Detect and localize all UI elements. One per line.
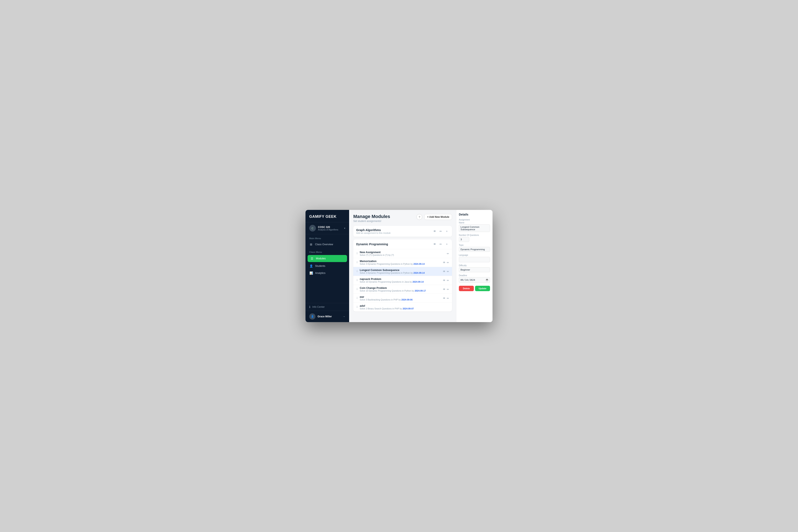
add-assignment-button[interactable]: ＋ (444, 229, 449, 233)
edit-lcs-button[interactable]: ✏ (447, 270, 449, 273)
assignment-row-lcs[interactable]: ⠿ Longest Common Subsequence Solve 3 Dyn… (353, 267, 452, 276)
assignment-name-adsf: adsf (360, 304, 448, 307)
assignment-row-ewr[interactable]: ⠿ ewr Solve 3 Backtracking Questions in … (353, 294, 452, 303)
edit-mem-button[interactable]: ✏ (447, 261, 449, 264)
grid-icon: ⊞ (309, 243, 313, 246)
details-deadline-input[interactable] (459, 277, 490, 283)
view-dp-module-button[interactable]: 👁 (433, 242, 437, 246)
details-language-label: Language (459, 254, 490, 256)
page-subtitle: Set student assignments! (353, 220, 390, 223)
view-module-button[interactable]: 👁 (433, 229, 437, 233)
assignment-name-coin: Coin Change Problem (360, 287, 441, 289)
page-title: Manage Modules (353, 214, 390, 219)
details-title: Details (459, 213, 490, 216)
view-napsack-button[interactable]: 👁 (443, 279, 445, 282)
module-header-dp: Dynamic Programming 👁 ✏ ＋ (353, 240, 452, 249)
assignment-desc-lcs: Solve 3 Dynamic Programming Questions in… (360, 272, 441, 274)
assignment-info-mem: Memorization Solve 3 Dynamic Programming… (360, 260, 441, 265)
details-assignment-field: Assignment Name Longest Common Subsequen… (459, 218, 490, 232)
assignment-row-coin[interactable]: ⠿ Coin Change Problem Solve 10 Dynamic P… (353, 285, 452, 294)
help-button[interactable]: ? (416, 214, 422, 220)
assignment-desc-ewr: Solve 3 Backtracking Questions in PHP by… (360, 299, 441, 301)
add-module-button[interactable]: + Add New Module (424, 214, 452, 220)
assignment-row-adsf[interactable]: ⠿ adsf Solve 2 Binary Search Questions i… (353, 303, 452, 311)
course-selector[interactable]: C COSC 320 Analysis of Algorithms ▾ (305, 222, 349, 234)
view-coin-button[interactable]: 👁 (443, 288, 445, 291)
assignment-name-mem: Memorization (360, 260, 441, 263)
details-difficulty-label: Difficulty (459, 264, 490, 267)
main-inner: Manage Modules Set student assignments! … (349, 210, 456, 322)
course-code: COSC 320 (318, 226, 342, 229)
row-actions-napsack: 👁 ✏ (443, 279, 449, 282)
module-title-area-dp: Dynamic Programming (356, 243, 388, 246)
assignment-desc-new: Solve (?) (?) Questions in (?) by (?) (360, 254, 445, 256)
app-logo: GAMIFY GEEK (305, 210, 349, 222)
sidebar-item-modules[interactable]: ☰ Modules (308, 255, 347, 262)
edit-coin-button[interactable]: ✏ (447, 288, 449, 291)
details-button-row: Delete Update (459, 286, 490, 291)
page-actions: ? + Add New Module (416, 214, 452, 220)
user-profile[interactable]: 👤 Grace Miller → (305, 311, 349, 322)
edit-module-button[interactable]: ✏ (439, 229, 443, 233)
view-ewr-button[interactable]: 👁 (443, 297, 445, 300)
assignment-row-memorization[interactable]: ⠿ Memorization Solve 3 Dynamic Programmi… (353, 258, 452, 267)
module-dynamic-programming: Dynamic Programming 👁 ✏ ＋ ⠿ New Assignme… (353, 240, 452, 311)
details-language-field: Language (459, 254, 490, 262)
edit-dp-module-button[interactable]: ✏ (439, 242, 443, 246)
assignment-info-coin: Coin Change Problem Solve 10 Dynamic Pro… (360, 287, 441, 292)
details-topic-field: Topic Dynamic Programming (459, 244, 490, 252)
details-language-value (459, 257, 490, 262)
details-num-questions-value: 3 (459, 237, 469, 242)
drag-handle-icon: ⠿ (356, 270, 358, 273)
view-mem-button[interactable]: 👁 (443, 261, 445, 264)
assignment-desc-napsack: Solve 10 Dynamic Programming Questions i… (360, 281, 441, 283)
assignment-name-ewr: ewr (360, 296, 441, 299)
assignment-name-lcs: Longest Common Subsequence (360, 269, 441, 272)
course-avatar: C (309, 225, 316, 231)
sidebar-item-students[interactable]: 👤 Students (305, 263, 349, 269)
details-deadline-label: Deadline (459, 274, 490, 277)
details-num-questions-label: Number Of Questions (459, 234, 490, 236)
sidebar-item-label: Analytics (315, 272, 325, 274)
info-center-item[interactable]: ℹ Info Center (305, 303, 349, 311)
details-difficulty-field: Difficulty Beginner (459, 264, 490, 272)
info-center-label: Info Center (312, 305, 325, 308)
row-actions-new: ✏ (447, 252, 449, 255)
edit-ewr-button[interactable]: ✏ (447, 297, 449, 300)
assignment-info-adsf: adsf Solve 2 Binary Search Questions in … (360, 304, 448, 310)
assignment-name-napsack: napsack Problem (360, 278, 441, 281)
drag-handle-icon: ⠿ (356, 297, 358, 300)
assignment-name-new: New Assignment (360, 251, 445, 254)
assignment-info-ewr: ewr Solve 3 Backtracking Questions in PH… (360, 296, 441, 301)
class-menu-label: Class Menu (305, 248, 349, 254)
view-lcs-button[interactable]: 👁 (443, 270, 445, 273)
module-title: Graph Algorithms (356, 228, 391, 232)
edit-new-button[interactable]: ✏ (447, 252, 449, 255)
details-difficulty-value: Beginner (459, 267, 490, 272)
edit-napsack-button[interactable]: ✏ (447, 279, 449, 282)
main-content: Manage Modules Set student assignments! … (349, 210, 456, 322)
module-graph-algorithms: Graph Algorithms Add an assignment to th… (353, 226, 452, 237)
details-topic-value: Dynamic Programming (459, 247, 490, 252)
sidebar: GAMIFY GEEK C COSC 320 Analysis of Algor… (305, 210, 349, 322)
sidebar-item-class-overview[interactable]: ⊞ Class Overview (305, 241, 349, 248)
analytics-icon: 📊 (309, 271, 313, 275)
logout-icon[interactable]: → (342, 315, 345, 318)
students-icon: 👤 (309, 264, 313, 268)
drag-handle-icon: ⠿ (356, 306, 358, 309)
drag-handle-icon: ⠿ (356, 288, 358, 291)
assignment-row-napsack[interactable]: ⠿ napsack Problem Solve 10 Dynamic Progr… (353, 276, 452, 285)
add-dp-assignment-button[interactable]: ＋ (444, 242, 449, 246)
update-button[interactable]: Update (475, 286, 490, 291)
course-name: Analysis of Algorithms (318, 229, 342, 231)
user-avatar: 👤 (309, 314, 316, 320)
drag-handle-icon: ⠿ (356, 279, 358, 282)
delete-button[interactable]: Delete (459, 286, 474, 291)
assignment-row-new[interactable]: ⠿ New Assignment Solve (?) (?) Questions… (353, 249, 452, 258)
details-assignment-label: Assignment (459, 218, 490, 221)
row-actions-ewr: 👁 ✏ (443, 297, 449, 300)
module-title-area: Graph Algorithms Add an assignment to th… (356, 228, 391, 234)
sidebar-item-analytics[interactable]: 📊 Analytics (305, 269, 349, 277)
details-topic-label: Topic (459, 244, 490, 246)
row-actions-coin: 👁 ✏ (443, 288, 449, 291)
